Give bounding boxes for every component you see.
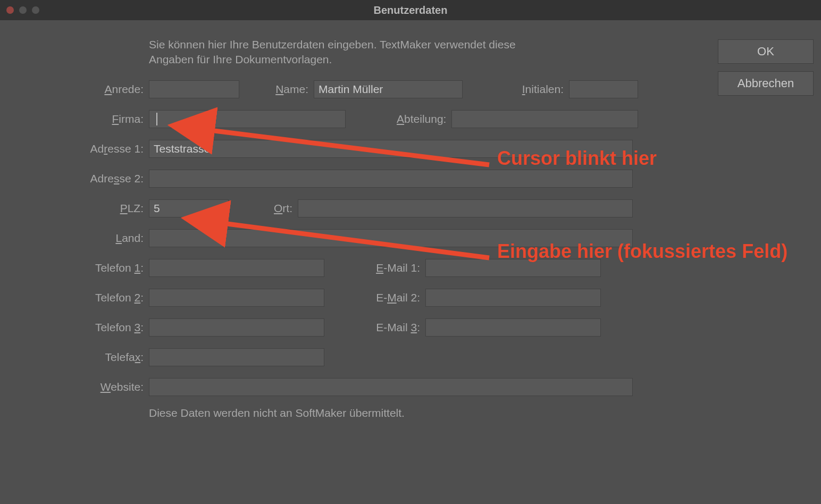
label-telefax: Telefax: <box>64 351 144 364</box>
anrede-field[interactable] <box>149 80 239 98</box>
label-adresse1: Adresse 1: <box>64 142 144 155</box>
label-anrede: Anrede: <box>64 83 144 96</box>
label-land: Land: <box>64 232 144 245</box>
label-initialen: Initialen: <box>484 83 564 96</box>
telefon3-field[interactable] <box>149 318 324 337</box>
name-field[interactable] <box>314 80 463 98</box>
initialen-field[interactable] <box>569 80 638 98</box>
telefax-field[interactable] <box>149 348 324 366</box>
label-ort: Ort: <box>234 202 292 215</box>
minimize-icon[interactable] <box>19 6 27 14</box>
label-telefon2: Telefon 2: <box>64 291 144 304</box>
adresse1-field[interactable] <box>149 140 633 158</box>
telefon1-field[interactable] <box>149 259 324 277</box>
label-plz: PLZ: <box>64 202 144 215</box>
label-email3: E-Mail 3: <box>340 321 420 334</box>
footnote-text: Diese Daten werden nicht an SoftMaker üb… <box>149 407 638 419</box>
website-field[interactable] <box>149 378 633 396</box>
email3-field[interactable] <box>425 318 601 337</box>
email2-field[interactable] <box>425 289 601 307</box>
cancel-button[interactable]: Abbrechen <box>718 71 814 96</box>
text-cursor <box>156 113 157 125</box>
telefon2-field[interactable] <box>149 289 324 307</box>
label-telefon3: Telefon 3: <box>64 321 144 334</box>
firma-field[interactable] <box>149 110 346 128</box>
label-email1: E-Mail 1: <box>340 262 420 274</box>
close-icon[interactable] <box>6 6 14 14</box>
user-data-form: Sie können hier Ihre Benutzerdaten einge… <box>64 37 638 419</box>
intro-text: Sie können hier Ihre Benutzerdaten einge… <box>149 37 553 68</box>
abteilung-field[interactable] <box>451 110 638 128</box>
label-email2: E-Mail 2: <box>340 291 420 304</box>
plz-field[interactable] <box>149 199 229 217</box>
label-telefon1: Telefon 1: <box>64 262 144 274</box>
label-firma: Firma: <box>64 113 144 125</box>
adresse2-field[interactable] <box>149 170 633 188</box>
ok-button[interactable]: OK <box>718 39 814 64</box>
window-controls <box>6 6 39 14</box>
maximize-icon[interactable] <box>32 6 39 14</box>
email1-field[interactable] <box>425 259 601 277</box>
label-website: Website: <box>64 381 144 393</box>
ort-field[interactable] <box>298 199 633 217</box>
label-abteilung: Abteilung: <box>366 113 446 125</box>
label-name: Name: <box>261 83 308 96</box>
window-title: Benutzerdaten <box>0 4 821 16</box>
titlebar: Benutzerdaten <box>0 0 821 20</box>
dialog-buttons: OK Abbrechen <box>718 39 814 96</box>
land-field[interactable] <box>149 229 633 247</box>
label-adresse2: Adresse 2: <box>64 172 144 185</box>
